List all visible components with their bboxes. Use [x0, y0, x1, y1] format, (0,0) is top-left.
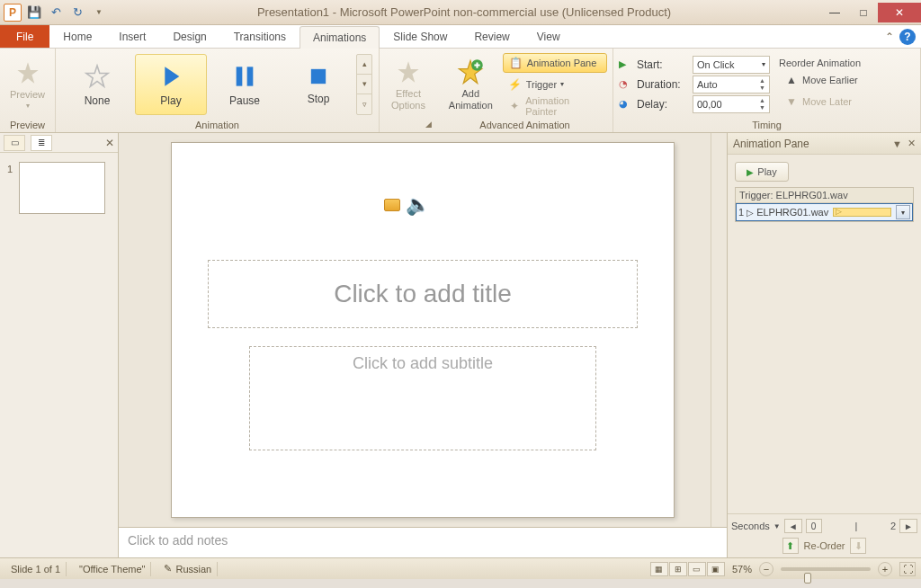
seconds-dropdown-icon[interactable]: ▼	[773, 522, 781, 530]
reading-view-button[interactable]: ▭	[688, 562, 706, 576]
animation-pane: Animation Pane ▼ ✕ ▶ Play Trigger: ELPHR…	[727, 133, 921, 557]
preview-star-icon	[13, 58, 42, 87]
redo-icon[interactable]: ↻	[68, 4, 86, 22]
animation-group-label: Animation	[56, 120, 379, 132]
main-area: ▭ ≣ ✕ 1 🔈 Click to add title Click to ad…	[0, 133, 921, 557]
animation-play-button[interactable]: ▶ Play	[735, 162, 789, 182]
slides-view-tab[interactable]: ▭	[4, 135, 25, 151]
subtitle-placeholder[interactable]: Click to add subtitle	[249, 346, 596, 450]
help-icon[interactable]: ?	[899, 29, 916, 45]
slide-count: Slide 1 of 1	[5, 562, 67, 576]
language-indicator[interactable]: ✎ Russian	[158, 562, 218, 576]
delay-input[interactable]: 00,00▲▼	[693, 95, 770, 113]
stop-square-icon	[306, 64, 331, 89]
animation-play[interactable]: Play	[135, 54, 207, 115]
tab-transitions[interactable]: Transitions	[220, 25, 300, 48]
animation-none[interactable]: None	[61, 54, 133, 115]
slide-mini-preview	[19, 162, 105, 214]
qat-dropdown-icon[interactable]: ▼	[90, 4, 108, 22]
animation-pause[interactable]: Pause	[209, 54, 281, 115]
pane-dropdown-icon[interactable]: ▼	[892, 138, 902, 149]
sound-swirl-icon[interactable]	[384, 199, 400, 211]
tab-home[interactable]: Home	[49, 25, 105, 48]
minimize-ribbon-icon[interactable]: ⌃	[885, 31, 894, 43]
tab-insert[interactable]: Insert	[105, 25, 159, 48]
timeline-next-button[interactable]: ►	[899, 519, 917, 533]
animation-pane-button[interactable]: 📋 Animation Pane	[503, 53, 607, 73]
add-animation-button[interactable]: Add Animation	[443, 52, 499, 117]
normal-view-button[interactable]: ▦	[650, 562, 668, 576]
animation-list: Trigger: ELPHRG01.wav 1 ▷ ELPHRG01.wav ▾	[735, 187, 914, 222]
gallery-down-icon[interactable]: ▾	[357, 75, 371, 94]
app-icon[interactable]: P	[4, 4, 22, 22]
pane-icon: 📋	[509, 56, 523, 70]
preview-group-label: Preview	[0, 120, 55, 132]
quick-access-toolbar: P 💾 ↶ ↻ ▼	[0, 4, 108, 22]
gallery-more-icon[interactable]: ▿	[357, 94, 371, 113]
zoom-percent[interactable]: 57%	[732, 564, 752, 575]
fit-to-window-button[interactable]: ⛶	[899, 562, 916, 576]
sorter-view-button[interactable]: ⊞	[669, 562, 687, 576]
down-triangle-icon: ▼	[784, 94, 799, 109]
reorder-up-button[interactable]: ⬆	[782, 538, 799, 554]
timeline-prev-button[interactable]: ◄	[784, 519, 802, 533]
star-outline-icon	[83, 62, 112, 91]
start-label: Start:	[637, 58, 689, 71]
trigger-lightning-icon: ⚡	[508, 77, 523, 92]
play-triangle-small-icon: ▶	[747, 167, 754, 177]
notes-pane[interactable]: Click to add notes	[119, 527, 727, 557]
duration-input[interactable]: Auto▲▼	[693, 76, 770, 94]
duration-clock-icon: ◔	[619, 78, 631, 91]
animation-item-dropdown-icon[interactable]: ▾	[896, 205, 910, 219]
animation-stop[interactable]: Stop	[282, 54, 354, 115]
slide-editor: 🔈 Click to add title Click to add subtit…	[119, 133, 727, 557]
statusbar: Slide 1 of 1 "Office Theme" ✎ Russian ▦ …	[0, 557, 921, 579]
gallery-up-icon[interactable]: ▴	[357, 55, 371, 75]
timeline-seconds-row: Seconds ▼ ◄ 0 | 2 ►	[731, 518, 917, 534]
svg-rect-2	[311, 68, 326, 83]
tab-animations[interactable]: Animations	[300, 26, 380, 49]
ribbon: Preview ▾ Preview None Play Pause Stop	[0, 49, 921, 133]
play-triangle-icon	[156, 62, 185, 91]
trigger-header: Trigger: ELPHRG01.wav	[736, 188, 913, 203]
close-panel-icon[interactable]: ✕	[105, 137, 114, 149]
animation-timeline-bar	[833, 208, 891, 217]
undo-icon[interactable]: ↶	[47, 4, 65, 22]
close-button[interactable]: ✕	[878, 3, 921, 22]
tab-review[interactable]: Review	[460, 25, 523, 48]
animation-gallery-scroll[interactable]: ▴ ▾ ▿	[356, 54, 372, 115]
paintbrush-icon: ✦	[508, 99, 523, 113]
reorder-down-button: ⬇	[850, 538, 866, 554]
effect-dialog-launcher-icon[interactable]: ◢	[423, 120, 434, 130]
speaker-icon[interactable]: 🔈	[406, 193, 430, 217]
title-placeholder[interactable]: Click to add title	[208, 260, 638, 328]
slide-thumbnail-1[interactable]: 1	[7, 162, 111, 217]
preview-button[interactable]: Preview ▾	[5, 52, 49, 117]
animation-item-1[interactable]: 1 ▷ ELPHRG01.wav ▾	[736, 203, 913, 221]
tab-slideshow[interactable]: Slide Show	[380, 25, 460, 48]
delay-label: Delay:	[637, 98, 689, 111]
vertical-scrollbar[interactable]	[711, 133, 727, 527]
move-earlier-button[interactable]: ▲Move Earlier	[779, 70, 863, 90]
outline-view-tab[interactable]: ≣	[31, 135, 52, 151]
tab-design[interactable]: Design	[159, 25, 219, 48]
tab-view[interactable]: View	[523, 25, 574, 48]
effect-options-label: Effect Options	[391, 88, 425, 110]
minimize-button[interactable]: —	[820, 3, 849, 22]
duration-label: Duration:	[637, 78, 689, 91]
zoom-slider[interactable]	[781, 567, 871, 571]
zoom-in-button[interactable]: +	[878, 562, 892, 576]
maximize-button[interactable]: □	[849, 3, 878, 22]
start-dropdown[interactable]: On Click▾	[693, 56, 770, 74]
zoom-out-button[interactable]: −	[759, 562, 773, 576]
save-icon[interactable]: 💾	[25, 4, 43, 22]
svg-rect-0	[237, 67, 243, 85]
pane-close-icon[interactable]: ✕	[908, 138, 916, 149]
trigger-button[interactable]: ⚡ Trigger ▾	[503, 75, 607, 94]
file-tab[interactable]: File	[0, 25, 49, 48]
reorder-label: Re-Order	[804, 540, 845, 551]
slide-canvas[interactable]: 🔈 Click to add title Click to add subtit…	[171, 142, 675, 518]
add-animation-star-icon	[456, 58, 485, 86]
slideshow-view-button[interactable]: ▣	[707, 562, 725, 576]
effect-options-star-icon	[394, 58, 423, 86]
